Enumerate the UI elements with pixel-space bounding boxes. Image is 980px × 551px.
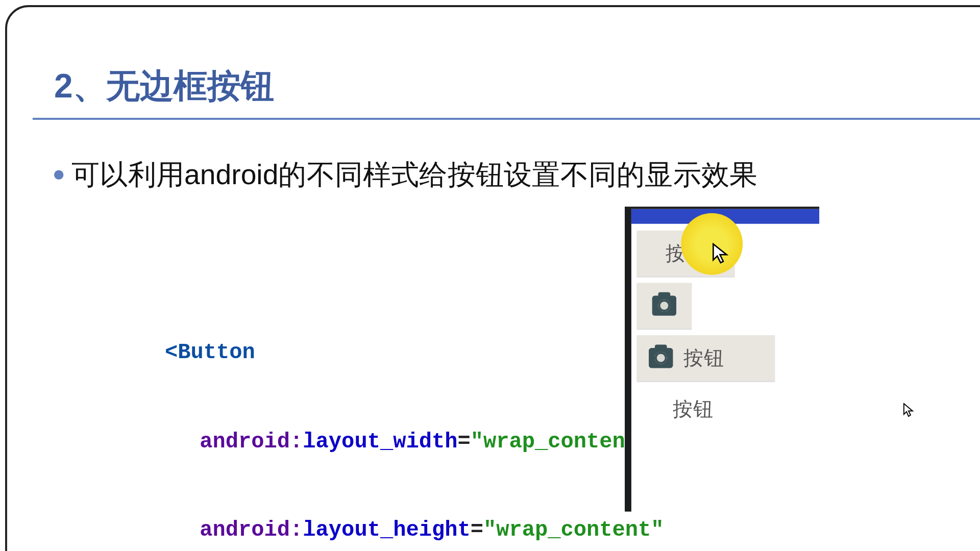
preview-button-1: 按钮 xyxy=(636,231,734,276)
svg-marker-1 xyxy=(904,404,913,416)
preview-button-1-label: 按钮 xyxy=(666,240,706,267)
camera-icon xyxy=(649,348,673,368)
preview-borderless-button: 按钮 xyxy=(673,395,819,423)
phone-preview: 按钮 按钮 按钮 xyxy=(625,207,819,512)
bullet-row: 可以利用android的不同样式给按钮设置不同的显示效果 xyxy=(54,156,757,194)
code-line-3: android:layout_height="wrap_content" xyxy=(165,516,780,545)
slide-frame: 2、无边框按钮 可以利用android的不同样式给按钮设置不同的显示效果 <Bu… xyxy=(5,5,980,551)
phone-statusbar xyxy=(631,209,819,224)
preview-button-3-label: 按钮 xyxy=(683,344,724,372)
title-underline xyxy=(33,118,980,120)
cursor-arrow-icon xyxy=(712,243,731,270)
preview-button-3: 按钮 xyxy=(636,335,775,381)
bullet-dot-icon xyxy=(54,170,63,179)
bullet-text: 可以利用android的不同样式给按钮设置不同的显示效果 xyxy=(71,156,757,194)
slide-title: 2、无边框按钮 xyxy=(54,64,274,109)
preview-button-2 xyxy=(636,283,692,328)
camera-icon xyxy=(652,295,676,315)
presenter-cursor-icon xyxy=(903,403,914,421)
svg-marker-0 xyxy=(713,244,726,263)
